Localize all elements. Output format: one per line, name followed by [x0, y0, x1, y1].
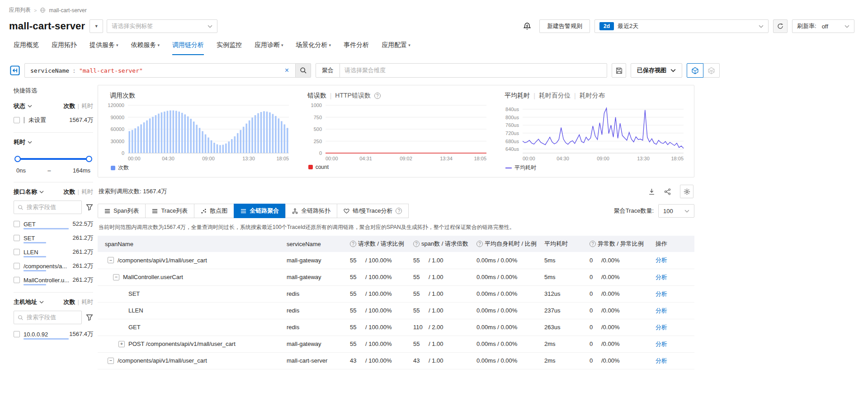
- chevron-down-icon: [28, 141, 32, 144]
- query-mode-toggle-icon[interactable]: [10, 65, 20, 75]
- checkbox[interactable]: [14, 263, 20, 269]
- aggregate-label: 聚合: [316, 63, 340, 78]
- result-tab-trace-list[interactable]: Trace列表: [145, 204, 194, 218]
- host-section-toggle[interactable]: 主机地址: [14, 298, 44, 306]
- filter-item-label[interactable]: 未设置: [28, 116, 46, 124]
- analyze-link[interactable]: 分析: [656, 340, 667, 347]
- result-tab-full-trace-aggregation[interactable]: 全链路聚合: [234, 204, 286, 218]
- aggregate-dimension-select[interactable]: 请选择聚合维度: [340, 63, 607, 78]
- refresh-rate-select[interactable]: 刷新率: off: [792, 19, 854, 33]
- help-icon[interactable]: ?: [350, 241, 356, 247]
- tab-app-overview[interactable]: 应用概览: [14, 41, 39, 55]
- legend-item[interactable]: 次数: [104, 164, 294, 172]
- breadcrumb-app-list-link[interactable]: 应用列表: [9, 6, 31, 14]
- interface-search-input[interactable]: 搜索字段值: [14, 201, 82, 214]
- slider-min-handle[interactable]: [14, 156, 21, 162]
- analyze-link[interactable]: 分析: [656, 307, 667, 314]
- checkbox[interactable]: [14, 331, 20, 337]
- collapse-icon[interactable]: −: [108, 358, 114, 364]
- refresh-button[interactable]: [773, 19, 788, 33]
- checkbox[interactable]: [14, 235, 20, 241]
- analyze-link[interactable]: 分析: [656, 256, 667, 263]
- checkbox[interactable]: [14, 221, 20, 227]
- sort-by-count[interactable]: 次数: [64, 298, 75, 305]
- aggregate-trace-count-select[interactable]: 100: [658, 204, 694, 218]
- result-tab-scatter-plot[interactable]: 散点图: [194, 204, 234, 218]
- result-tab-full-trace-topology[interactable]: 全链路拓扑: [285, 204, 337, 218]
- help-icon[interactable]: ?: [374, 93, 381, 99]
- filter-item-value: 1567.4万: [69, 330, 93, 338]
- legend-item[interactable]: count: [301, 164, 491, 170]
- help-icon[interactable]: ?: [396, 208, 402, 214]
- settings-gear-button[interactable]: [680, 185, 693, 198]
- tab-trace-analysis[interactable]: 调用链分析: [172, 41, 204, 55]
- chart-title: 调用次数: [104, 92, 294, 100]
- query-input[interactable]: serviceName : "mall-cart-server" ×: [24, 63, 296, 78]
- saved-views-button[interactable]: 已保存视图: [631, 63, 682, 78]
- checkbox[interactable]: [14, 117, 20, 123]
- app-switcher-button[interactable]: ▼: [90, 19, 103, 33]
- save-view-button[interactable]: [612, 63, 626, 78]
- tab-app-settings[interactable]: 应用配置▾: [382, 41, 410, 55]
- filter-item-label[interactable]: SET: [24, 235, 35, 242]
- sort-by-count[interactable]: 次数: [64, 188, 75, 195]
- filter-item-label[interactable]: MallController.u...: [24, 277, 69, 284]
- tab-instance-monitoring[interactable]: 实例监控: [217, 41, 242, 55]
- filter-item-label[interactable]: /components/a...: [24, 263, 67, 270]
- tab-app-topology[interactable]: 应用拓扑: [52, 41, 77, 55]
- filter-funnel-icon[interactable]: [86, 204, 93, 211]
- filter-item-label[interactable]: 10.0.0.92: [24, 331, 48, 338]
- result-tab-error-slow-trace-analysis[interactable]: 错/慢Trace分析?: [337, 204, 409, 218]
- collapse-icon[interactable]: −: [108, 257, 114, 263]
- time-range-select[interactable]: 2d 最近2天: [594, 19, 769, 33]
- clear-query-icon[interactable]: ×: [282, 66, 292, 75]
- new-alarm-rule-button[interactable]: 新建告警规则: [539, 19, 590, 33]
- duration-section-toggle[interactable]: 耗时: [14, 138, 32, 146]
- cube-view-button[interactable]: [687, 63, 703, 78]
- help-icon[interactable]: ?: [590, 241, 596, 247]
- tab-app-diagnosis[interactable]: 应用诊断▾: [255, 41, 283, 55]
- tab-event-analysis[interactable]: 事件分析: [344, 41, 369, 55]
- checkbox[interactable]: [14, 249, 20, 255]
- analyze-link[interactable]: 分析: [656, 324, 667, 331]
- filter-item-label[interactable]: GET: [24, 221, 36, 228]
- collapse-icon[interactable]: −: [113, 274, 119, 280]
- legend-item[interactable]: 平均耗时: [498, 164, 689, 172]
- search-button[interactable]: [296, 63, 311, 78]
- instance-tag-select[interactable]: 请选择实例标签: [107, 19, 217, 33]
- chart-metric-option[interactable]: 平均耗时: [505, 92, 530, 100]
- chart-metric-option[interactable]: 耗时分布: [580, 92, 605, 100]
- filter-funnel-icon[interactable]: [86, 314, 93, 321]
- chart-metric-option[interactable]: HTTP错误数: [335, 92, 371, 100]
- slider-max-handle[interactable]: [86, 156, 92, 162]
- duration-slider-track[interactable]: [18, 158, 89, 160]
- alarm-bell-icon[interactable]: [523, 22, 531, 30]
- help-icon[interactable]: ?: [476, 241, 483, 247]
- interface-section-toggle[interactable]: 接口名称: [14, 188, 44, 196]
- result-tab-span-list[interactable]: Span列表: [98, 204, 146, 218]
- cube-alt-view-button[interactable]: [703, 63, 720, 78]
- analyze-link[interactable]: 分析: [656, 357, 667, 364]
- sort-by-duration[interactable]: 耗时: [81, 103, 93, 109]
- host-search-input[interactable]: 搜索字段值: [14, 311, 82, 324]
- chart-metric-option[interactable]: 耗时百分位: [539, 92, 571, 100]
- tab-provided-services[interactable]: 提供服务▾: [90, 41, 118, 55]
- span-name: LLEN: [128, 307, 143, 314]
- expand-icon[interactable]: +: [118, 341, 125, 347]
- table-row: +POST /components/api/v1/mall/user_cartm…: [98, 336, 694, 352]
- analyze-link[interactable]: 分析: [656, 290, 667, 297]
- analyze-link[interactable]: 分析: [656, 274, 667, 280]
- tab-dependent-services[interactable]: 依赖服务▾: [131, 41, 160, 55]
- tab-scenario-analysis[interactable]: 场景化分析▾: [296, 41, 331, 55]
- checkbox[interactable]: [14, 277, 20, 283]
- sort-by-duration[interactable]: 耗时: [81, 188, 93, 195]
- svg-text:1000: 1000: [311, 103, 321, 108]
- download-icon[interactable]: [648, 188, 655, 195]
- help-icon[interactable]: ?: [413, 241, 420, 247]
- share-icon[interactable]: [664, 188, 671, 195]
- sort-by-duration[interactable]: 耗时: [81, 298, 93, 305]
- status-section-toggle[interactable]: 状态: [14, 102, 32, 110]
- filter-item-label[interactable]: LLEN: [24, 249, 38, 256]
- chart-metric-option[interactable]: 错误数: [307, 92, 326, 100]
- sort-by-count[interactable]: 次数: [64, 103, 75, 109]
